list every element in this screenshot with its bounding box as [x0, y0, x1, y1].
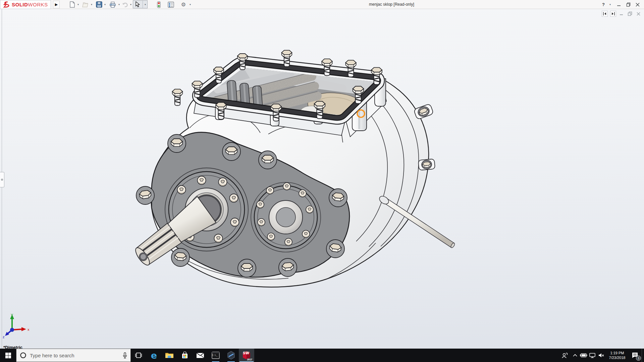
options-button[interactable]: ⚙: [179, 1, 187, 8]
close-button[interactable]: [634, 1, 641, 8]
hexagon-app-button[interactable]: [223, 349, 239, 362]
task-view-button[interactable]: [131, 349, 146, 362]
network-button[interactable]: [588, 349, 597, 362]
file-properties-button[interactable]: [167, 1, 175, 8]
clock-time: 1:19 PM: [609, 351, 626, 355]
file-properties-icon: [168, 2, 174, 8]
action-center-button[interactable]: 3: [628, 349, 642, 362]
taskbar-search[interactable]: [16, 349, 131, 362]
model-geometry: [133, 50, 455, 287]
orientation-triad: Y x z: [2, 313, 32, 339]
task-view-icon: [135, 352, 142, 358]
undo-icon: [122, 2, 128, 7]
volume-muted-icon: [598, 353, 604, 358]
people-icon: [561, 352, 568, 358]
open-folder-icon: [82, 2, 89, 8]
close-icon: [636, 3, 640, 7]
options-caret[interactable]: ▾: [189, 3, 192, 6]
microphone-icon[interactable]: [123, 352, 127, 359]
select-cursor-icon: [135, 1, 140, 7]
select-caret[interactable]: ▾: [144, 3, 147, 6]
search-input[interactable]: [30, 353, 119, 358]
taskbar: e: [0, 349, 644, 362]
print-icon: [109, 2, 116, 8]
save-floppy-icon: [96, 1, 102, 8]
menu-expand-button[interactable]: ▶: [53, 1, 60, 8]
help-button[interactable]: ?: [600, 1, 607, 8]
print-button[interactable]: [109, 1, 117, 8]
open-button[interactable]: [82, 1, 90, 8]
windows-logo-icon: [5, 353, 11, 358]
save-button[interactable]: [95, 1, 103, 8]
graphics-viewport[interactable]: Y x z *Dimetric: [0, 9, 644, 349]
solidworks-logo-icon: [3, 1, 12, 8]
network-icon: [589, 353, 595, 358]
tray-overflow-button[interactable]: [571, 349, 579, 362]
help-caret[interactable]: ▾: [608, 3, 612, 6]
battery-button[interactable]: [579, 349, 588, 362]
triad-z-label: z: [3, 335, 5, 339]
edge-button[interactable]: e: [146, 349, 162, 362]
triad-x-label: x: [28, 327, 30, 331]
save-caret[interactable]: ▾: [103, 3, 107, 6]
people-button[interactable]: [559, 349, 571, 362]
rebuild-button[interactable]: [155, 1, 163, 8]
edge-icon: e: [151, 351, 157, 360]
mail-icon: [196, 353, 204, 358]
minimize-button[interactable]: [615, 1, 623, 8]
command-prompt-button[interactable]: C:\_: [208, 349, 223, 362]
volume-button[interactable]: [597, 349, 606, 362]
traffic-light-icon: [157, 1, 161, 8]
chevron-up-icon: [573, 354, 577, 357]
minimize-icon: [617, 3, 621, 7]
undo-button[interactable]: [121, 1, 129, 8]
notification-badge: 3: [636, 356, 641, 361]
brand-text: SOLIDWORKS: [12, 2, 48, 7]
select-split-divider: [143, 1, 143, 8]
clock-date: 7/23/2018: [609, 355, 626, 360]
gearbox-model[interactable]: [0, 9, 644, 349]
select-tool-button[interactable]: ▾: [133, 0, 148, 8]
new-document-button[interactable]: [68, 1, 76, 8]
restore-icon: [626, 2, 631, 7]
open-caret[interactable]: ▾: [90, 3, 93, 6]
clock[interactable]: 1:19 PM 7/23/2018: [606, 349, 628, 362]
file-explorer-button[interactable]: [162, 349, 177, 362]
system-tray: 1:19 PM 7/23/2018 3: [559, 349, 644, 362]
battery-icon: [580, 353, 587, 357]
undo-caret[interactable]: ▾: [129, 3, 132, 6]
new-document-caret[interactable]: ▾: [76, 3, 80, 6]
new-document-icon: [69, 1, 75, 8]
document-title: menjac sklop [Read-only]: [369, 2, 414, 7]
solidworks-2017-icon: SW 2017: [241, 350, 252, 360]
taskbar-icons: e: [131, 349, 254, 362]
hexagon-app-icon: [227, 351, 235, 360]
start-button[interactable]: [0, 349, 16, 362]
print-caret[interactable]: ▾: [117, 3, 121, 6]
desktop: SOLIDWORKS ▶ ▾ ▾ ▾: [0, 0, 644, 362]
show-desktop-button[interactable]: [642, 349, 644, 362]
store-icon: [181, 352, 189, 359]
gear-icon: ⚙: [181, 1, 186, 8]
cortana-icon: [20, 352, 26, 359]
file-explorer-icon: [165, 352, 174, 359]
solidworks-menu-button[interactable]: SOLIDWORKS: [0, 0, 51, 9]
store-button[interactable]: [177, 349, 193, 362]
command-prompt-glyph: C:\_: [212, 354, 218, 357]
restore-button[interactable]: [625, 1, 632, 8]
triad-y-label: Y: [11, 313, 13, 317]
mail-button[interactable]: [193, 349, 208, 362]
solidworks-taskbar-button[interactable]: SW 2017: [239, 349, 254, 362]
titlebar: SOLIDWORKS ▶ ▾ ▾ ▾: [0, 0, 644, 9]
